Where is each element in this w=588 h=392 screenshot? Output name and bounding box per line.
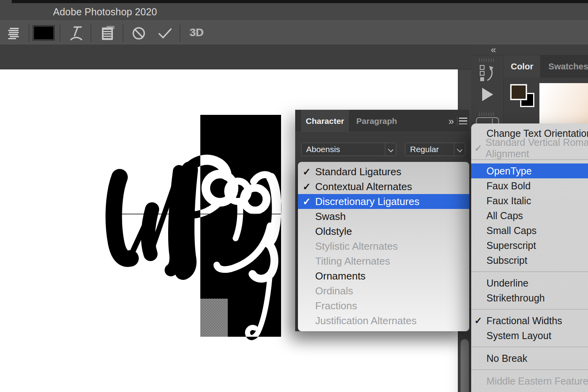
menu-item-label: OpenType [486,165,532,177]
opentype-menu-item[interactable]: Stylistic Alternates [298,239,469,254]
font-family-value: Aboensis [301,145,385,154]
opentype-menu-item[interactable]: Oldstyle [298,224,469,239]
flyout-menu-item[interactable]: All Caps [471,208,588,223]
foreground-color-swatch[interactable] [510,84,527,100]
toolbar-divider [60,25,60,42]
menu-item-label: Discretionary Ligatures [315,196,419,208]
flyout-menu-item[interactable]: OpenType [471,163,588,178]
panel-collapse-icon[interactable]: » [448,116,453,127]
color-panel-tab-bar: Color Swatches [504,55,588,78]
paragraph-align-icon[interactable] [8,27,20,39]
check-icon: ✓ [474,143,486,154]
window-title: Adobe Photoshop 2020 [0,3,210,20]
menu-item-label: Oldstyle [315,225,352,238]
flyout-menu-item[interactable]: Faux Italic [471,193,588,208]
baseline-anchor-handle [109,212,113,216]
check-icon: ✓ [303,166,315,178]
flyout-menu-item [471,369,588,370]
title-bar: Adobe Photoshop 2020 [0,3,588,20]
header-divider [457,116,457,126]
document-tab-bar [0,45,471,69]
menu-item-label: Superscript [486,240,536,251]
window-top-edge [0,0,588,3]
flyout-menu-item[interactable]: Superscript [471,238,588,253]
tab-color[interactable]: Color [504,55,540,78]
flyout-menu-item[interactable]: Middle Eastern Features [471,374,588,388]
tab-swatches[interactable]: Swatches [541,55,588,78]
menu-item-label: System Layout [486,330,551,341]
flyout-menu-item [471,347,588,347]
character-panel-flyout-menu: Change Text Orientation ✓ Standard Verti… [471,123,588,392]
commit-edits-icon[interactable] [158,28,172,39]
menu-item-label: Underline [486,278,528,289]
menu-item-label: Ordinals [315,285,353,297]
menu-item-label: Standard Ligatures [315,166,401,178]
menu-item-label: Contextual Alternates [315,181,412,193]
opentype-menu-item[interactable]: Swash [298,209,469,224]
flyout-menu-item [471,271,588,272]
menu-item-label: Titling Alternates [315,255,390,267]
opentype-menu-item[interactable]: ✓ Contextual Alternates [298,179,469,194]
document-scrollbar-thumb[interactable] [461,339,469,392]
flyout-menu-item[interactable]: ✓ Standard Vertical Roman Alignment [471,141,588,156]
menu-item-label: Stylistic Alternates [315,240,398,252]
3d-icon[interactable]: 3D [190,26,204,39]
menu-item-label: Strikethrough [486,292,545,304]
opentype-menu-item[interactable]: ✓ Discretionary Ligatures [298,194,469,209]
menu-item-label: Standard Vertical Roman Alignment [486,137,588,160]
toolbar-divider [123,25,123,42]
flyout-menu-item [471,309,588,310]
menu-item-label: Faux Bold [486,180,531,192]
opentype-menu-item[interactable]: Justification Alternates [298,313,469,328]
opentype-menu-item[interactable]: Titling Alternates [298,254,469,269]
cancel-edits-icon[interactable] [132,26,146,40]
opentype-menu-item[interactable]: ✓ Standard Ligatures [298,164,469,179]
flyout-menu-item[interactable]: Faux Bold [471,178,588,193]
dither-patch [200,299,228,337]
panel-menu-icon[interactable] [459,118,467,124]
flyout-menu-item[interactable]: System Layout [471,328,588,343]
opentype-features-menu: ✓ Standard Ligatures ✓ Contextual Altern… [298,162,469,331]
menu-item-label: No Break [486,353,527,364]
opentype-menu-item[interactable]: Ordinals [298,283,469,298]
collapse-panels-icon[interactable]: « [491,44,495,55]
font-family-field[interactable]: Aboensis [301,143,396,156]
menu-item-label: All Caps [486,210,523,221]
text-color-swatch[interactable] [33,25,55,41]
menu-item-label: Justification Alternates [315,315,417,327]
panel-grip[interactable] [479,113,495,116]
history-snapshot-icon[interactable] [479,65,495,83]
flyout-menu-item[interactable]: Strikethrough [471,290,588,305]
menu-item-label: Middle Eastern Features [486,376,588,387]
menu-item-label: Small Caps [486,225,537,236]
tab-character[interactable]: Character [301,110,349,132]
menu-item-label: Subscript [486,255,527,266]
flyout-menu-item[interactable]: No Break [471,351,588,366]
menu-item-label: Ornaments [315,270,366,282]
menu-item-label: Fractions [315,300,357,312]
type-tool-options-bar: 3D [0,20,588,45]
flyout-menu-item[interactable]: Underline [471,276,588,290]
font-style-field[interactable]: Regular [405,143,465,156]
play-action-icon[interactable] [482,87,494,102]
character-panel-tab-bar: Character Paragraph » [295,110,469,132]
check-icon: ✓ [303,196,315,207]
panel-grip[interactable] [479,58,495,62]
panel-dock-header: « [471,45,588,55]
check-icon: ✓ [474,315,486,326]
toolbar-divider [180,25,180,42]
flyout-menu-item[interactable]: Subscript [471,253,588,268]
flyout-menu-item[interactable]: ✓ Fractional Widths [471,313,588,328]
chevron-down-icon[interactable] [454,143,465,156]
chevron-down-icon[interactable] [385,143,396,156]
warp-text-icon[interactable] [69,25,83,42]
window-top-edge-notch [0,0,12,3]
font-style-value: Regular [405,145,454,154]
menu-item-label: Swash [315,211,346,223]
opentype-menu-item[interactable]: Fractions [298,298,469,313]
flyout-menu-item[interactable]: Small Caps [471,223,588,238]
menu-item-label: Faux Italic [486,195,531,207]
toggle-panels-icon[interactable] [101,25,116,41]
tab-paragraph[interactable]: Paragraph [349,110,405,132]
opentype-menu-item[interactable]: Ornaments [298,269,469,283]
